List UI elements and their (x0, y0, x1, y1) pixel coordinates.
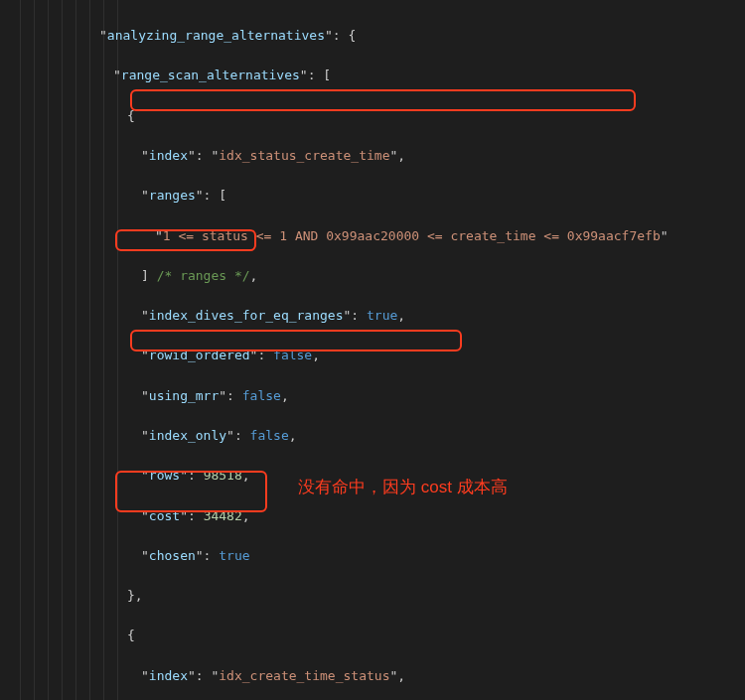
alt2-index: "index": "idx_create_time_status", (20, 666, 745, 686)
object-close: }, (20, 586, 745, 606)
alt1-io: "index_only": false, (20, 426, 745, 446)
key-analyzing: "analyzing_range_alternatives": { (20, 26, 745, 46)
code-block: "analyzing_range_alternatives": { "range… (0, 0, 745, 700)
alt1-range-value: "1 <= status <= 1 AND 0x99aac20000 <= cr… (20, 226, 745, 246)
object-open: { (20, 106, 745, 126)
alt1-mrr: "using_mrr": false, (20, 386, 745, 406)
object-open: { (20, 626, 745, 645)
key-rsa: "range_scan_alternatives": [ (20, 66, 745, 85)
alt1-ranges-key: "ranges": [ (20, 186, 745, 206)
alt1-idxdives: "index_dives_for_eq_ranges": true, (20, 306, 745, 326)
alt1-index: "index": "idx_status_create_time", (20, 146, 745, 166)
alt1-rowid: "rowid_ordered": false, (20, 346, 745, 365)
alt1-cost: "cost": 34482, (20, 506, 745, 526)
alt1-rows: "rows": 98518, (20, 466, 745, 486)
alt1-ranges-close: ] /* ranges */, (20, 266, 745, 286)
alt1-chosen: "chosen": true (20, 546, 745, 566)
